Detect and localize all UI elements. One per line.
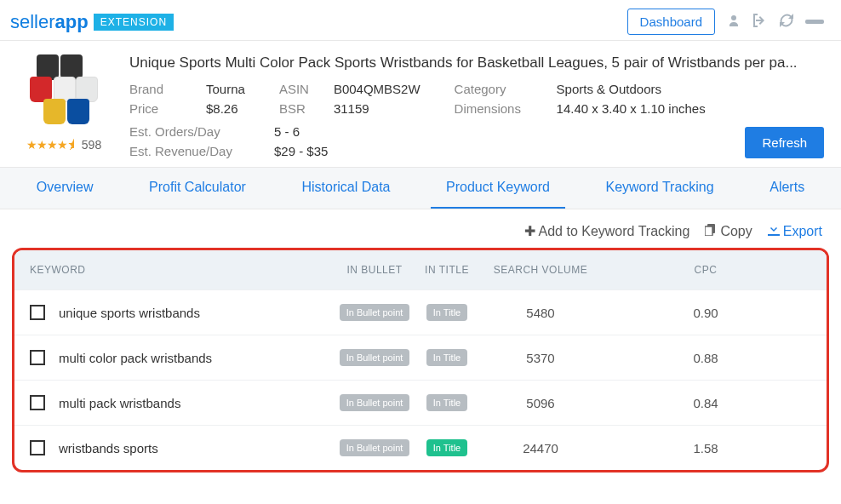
brand-value: Tourna xyxy=(206,82,245,96)
in-bullet-pill: In Bullet point xyxy=(340,349,410,366)
tab-product-keyword[interactable]: Product Keyword xyxy=(431,168,565,209)
header-in-bullet: IN BULLET xyxy=(336,264,413,276)
brand-logo: sellerapp EXTENSION xyxy=(10,11,174,33)
product-title: Unique Sports Multi Color Pack Sports Wr… xyxy=(129,54,824,72)
product-section: ★★★★⯨ 598 Unique Sports Multi Color Pack… xyxy=(0,41,841,167)
header-in-title: IN TITLE xyxy=(413,264,481,276)
in-title-pill: In Title xyxy=(426,304,467,321)
header-search-volume: SEARCH VOLUME xyxy=(481,264,600,276)
user-icon[interactable] xyxy=(727,14,741,31)
review-count: 598 xyxy=(82,138,101,152)
product-image xyxy=(26,54,101,129)
search-volume: 5370 xyxy=(481,351,600,365)
category-value: Sports & Outdoors xyxy=(557,82,661,96)
cpc-value: 0.88 xyxy=(600,351,811,365)
orders-value: 5 - 6 xyxy=(274,124,300,139)
dashboard-button[interactable]: Dashboard xyxy=(627,9,715,35)
extension-badge: EXTENSION xyxy=(94,14,174,31)
minimize-icon[interactable] xyxy=(805,20,824,24)
price-label: Price xyxy=(129,101,189,116)
dimensions-value: 14.40 x 3.40 x 1.10 inches xyxy=(557,101,706,116)
in-title-pill: In Title xyxy=(426,349,467,366)
asin-value: B004QMBS2W xyxy=(334,82,420,96)
revenue-label: Est. Revenue/Day xyxy=(129,144,257,158)
table-header: KEYWORD IN BULLET IN TITLE SEARCH VOLUME… xyxy=(14,250,827,289)
keyword-table-highlight: KEYWORD IN BULLET IN TITLE SEARCH VOLUME… xyxy=(12,248,829,472)
cpc-value: 0.90 xyxy=(600,306,811,320)
search-volume: 5480 xyxy=(481,306,600,320)
keyword-text: unique sports wristbands xyxy=(59,306,336,320)
action-bar: ✚Add to Keyword Tracking Copy Export xyxy=(0,209,841,248)
orders-label: Est. Orders/Day xyxy=(129,124,257,139)
search-volume: 24470 xyxy=(481,441,600,455)
category-label: Category xyxy=(455,82,540,96)
bsr-label: BSR xyxy=(279,101,317,116)
in-bullet-pill: In Bullet point xyxy=(340,439,410,456)
row-checkbox[interactable] xyxy=(30,395,45,410)
download-icon xyxy=(768,224,780,239)
header-cpc: CPC xyxy=(600,264,811,276)
revenue-value: $29 - $35 xyxy=(274,144,328,158)
export-button[interactable]: Export xyxy=(768,223,822,239)
keyword-text: multi pack wristbands xyxy=(59,396,336,410)
keyword-text: multi color pack wristbands xyxy=(59,351,336,365)
table-row: wristbands sports In Bullet point In Tit… xyxy=(14,425,827,470)
price-value: $8.26 xyxy=(206,101,238,116)
add-to-tracking-button[interactable]: ✚Add to Keyword Tracking xyxy=(524,223,690,239)
tab-historical-data[interactable]: Historical Data xyxy=(286,168,405,209)
refresh-button[interactable]: Refresh xyxy=(745,127,824,158)
brand-label: Brand xyxy=(129,82,189,96)
in-bullet-pill: In Bullet point xyxy=(340,304,410,321)
product-thumbnail: ★★★★⯨ 598 xyxy=(17,54,111,158)
top-bar: sellerapp EXTENSION Dashboard xyxy=(0,0,841,41)
keyword-text: wristbands sports xyxy=(59,441,336,455)
copy-button[interactable]: Copy xyxy=(705,223,752,239)
row-checkbox[interactable] xyxy=(30,305,45,320)
tab-keyword-tracking[interactable]: Keyword Tracking xyxy=(590,168,729,209)
asin-label: ASIN xyxy=(279,82,317,96)
cpc-value: 1.58 xyxy=(600,441,811,455)
plus-icon: ✚ xyxy=(524,223,535,239)
table-row: unique sports wristbands In Bullet point… xyxy=(14,289,827,335)
in-bullet-pill: In Bullet point xyxy=(340,394,410,411)
cpc-value: 0.84 xyxy=(600,396,811,410)
header-keyword: KEYWORD xyxy=(30,264,336,276)
star-rating-icon: ★★★★⯨ xyxy=(26,138,78,152)
logout-icon[interactable] xyxy=(752,14,768,31)
row-checkbox[interactable] xyxy=(30,440,45,455)
bsr-value: 31159 xyxy=(334,101,369,116)
search-volume: 5096 xyxy=(481,396,600,410)
table-row: multi color pack wristbands In Bullet po… xyxy=(14,335,827,380)
table-row: multi pack wristbands In Bullet point In… xyxy=(14,380,827,425)
dimensions-label: Dimensions xyxy=(455,101,540,116)
tab-profit-calculator[interactable]: Profit Calculator xyxy=(134,168,261,209)
in-title-pill: In Title xyxy=(426,394,467,411)
tab-alerts[interactable]: Alerts xyxy=(754,168,820,209)
svg-rect-1 xyxy=(705,226,712,236)
refresh-icon[interactable] xyxy=(780,14,793,31)
tab-bar: Overview Profit Calculator Historical Da… xyxy=(0,167,841,209)
row-checkbox[interactable] xyxy=(30,350,45,365)
in-title-pill: In Title xyxy=(426,439,467,456)
copy-icon xyxy=(705,224,717,239)
tab-overview[interactable]: Overview xyxy=(21,168,109,209)
